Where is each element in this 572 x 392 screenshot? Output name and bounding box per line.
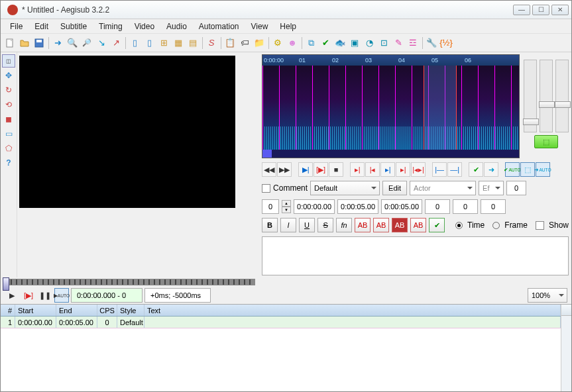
col-style[interactable]: Style bbox=[117, 305, 144, 316]
italic-button[interactable]: I bbox=[280, 218, 296, 232]
select-lines-icon[interactable]: ☲ bbox=[406, 36, 420, 50]
menu-automation[interactable]: Automation bbox=[194, 20, 245, 33]
play-line-button[interactable]: [▶] bbox=[314, 162, 328, 177]
audio-hscrollbar[interactable] bbox=[262, 150, 519, 158]
jump-video-start-icon[interactable]: ↘ bbox=[94, 36, 109, 50]
maximize-button[interactable]: ☐ bbox=[532, 5, 549, 15]
assdraw-icon[interactable]: ☻ bbox=[285, 36, 300, 50]
play-video-line-button[interactable]: [▶] bbox=[21, 288, 36, 303]
show-original-checkbox[interactable] bbox=[536, 221, 544, 230]
standard-mode-icon[interactable]: ◫ bbox=[2, 54, 15, 68]
attachments-icon[interactable]: 🏷 bbox=[237, 36, 252, 50]
volume-slider[interactable] bbox=[555, 60, 569, 132]
automation-icon[interactable]: ⚙ bbox=[270, 36, 285, 50]
link-sliders-button[interactable]: ⬚ bbox=[534, 135, 558, 148]
menu-view[interactable]: View bbox=[246, 20, 274, 33]
play-to-end-button[interactable]: |◂▸| bbox=[411, 162, 426, 177]
fonts-collector-icon[interactable]: 📁 bbox=[252, 36, 266, 50]
start-time-input[interactable] bbox=[294, 199, 335, 214]
col-start[interactable]: Start bbox=[15, 305, 56, 316]
subtitle-text-input[interactable] bbox=[262, 236, 569, 275]
menu-edit[interactable]: Edit bbox=[29, 20, 54, 33]
video-timecode[interactable]: 0:00:00.000 - 0 bbox=[71, 288, 143, 303]
scale-icon[interactable]: ◼ bbox=[2, 113, 15, 126]
auto-commit-toggle[interactable]: ✔AUTO bbox=[505, 162, 520, 177]
menu-audio[interactable]: Audio bbox=[161, 20, 192, 33]
vertical-zoom-slider[interactable] bbox=[540, 60, 553, 132]
spell-check-icon[interactable]: ✔ bbox=[318, 36, 333, 50]
play-selection-button[interactable]: ▶| bbox=[298, 162, 313, 177]
col-cps[interactable]: CPS bbox=[97, 305, 117, 316]
clip-visible-icon[interactable]: ▦ bbox=[171, 36, 186, 50]
time-radio[interactable] bbox=[455, 222, 463, 229]
secondary-color-button[interactable]: AB bbox=[373, 218, 389, 232]
menu-timing[interactable]: Timing bbox=[93, 20, 128, 33]
audio-waveform[interactable]: 0:00:00 01 02 03 04 05 06 bbox=[262, 54, 520, 158]
horizontal-zoom-slider[interactable] bbox=[524, 60, 537, 132]
minimize-button[interactable]: — bbox=[513, 5, 530, 15]
menu-file[interactable]: File bbox=[5, 20, 28, 33]
primary-color-button[interactable]: AB bbox=[355, 218, 371, 232]
clip-rect-icon[interactable]: ▭ bbox=[2, 127, 15, 140]
commit-text-button[interactable]: ✔ bbox=[429, 218, 445, 232]
lead-in-button[interactable]: |— bbox=[432, 162, 447, 177]
shift-times-icon[interactable]: ⧉ bbox=[304, 36, 318, 50]
grid-header[interactable]: # Start End CPS Style Text bbox=[1, 305, 561, 317]
edit-style-button[interactable]: Edit bbox=[382, 181, 407, 195]
jump-to-icon[interactable]: ➜ bbox=[50, 36, 65, 50]
rotate-z-icon[interactable]: ↻ bbox=[2, 83, 15, 97]
bold-button[interactable]: B bbox=[262, 218, 278, 232]
prev-line-button[interactable]: ◀◀ bbox=[262, 162, 276, 177]
grid-vscrollbar[interactable] bbox=[561, 305, 571, 392]
autoscroll-video-toggle[interactable]: ▶AUTO bbox=[54, 288, 69, 303]
effect-dropdown[interactable]: Ef bbox=[479, 181, 504, 195]
commit-button[interactable]: ✔ bbox=[469, 162, 483, 177]
play-before-start-button[interactable]: ▸| bbox=[350, 162, 365, 177]
col-num[interactable]: # bbox=[1, 305, 15, 316]
menu-help[interactable]: Help bbox=[274, 20, 302, 33]
audio-timeline[interactable]: 0:00:00 01 02 03 04 05 06 bbox=[262, 55, 519, 66]
zoom-in-icon[interactable]: 🔍 bbox=[65, 36, 80, 50]
play-before-end-button[interactable]: ▸| bbox=[380, 162, 395, 177]
save-file-icon[interactable] bbox=[32, 36, 46, 50]
audio-selection[interactable] bbox=[424, 66, 457, 150]
duration-input[interactable] bbox=[381, 199, 422, 214]
clip-vector-icon[interactable]: ⬠ bbox=[2, 142, 15, 155]
table-row[interactable]: 1 0:00:00.00 0:00:05.00 0 Default bbox=[1, 317, 561, 328]
new-file-icon[interactable] bbox=[3, 36, 17, 50]
menu-subtitle[interactable]: Subtitle bbox=[55, 20, 92, 33]
lead-out-button[interactable]: —| bbox=[447, 162, 462, 177]
resample-icon[interactable]: ▣ bbox=[347, 36, 362, 50]
open-file-icon[interactable] bbox=[17, 36, 32, 50]
options-icon[interactable]: 🔧 bbox=[424, 36, 439, 50]
play-after-start-button[interactable]: |◂ bbox=[365, 162, 380, 177]
cycle-tag-icon[interactable]: {½} bbox=[439, 36, 453, 50]
next-line-button[interactable]: ▶▶ bbox=[277, 162, 292, 177]
underline-button[interactable]: U bbox=[299, 218, 315, 232]
snap-start-icon[interactable]: ▯ bbox=[127, 36, 142, 50]
detach-video-icon[interactable]: ▤ bbox=[186, 36, 200, 50]
snap-end-icon[interactable]: ▯ bbox=[142, 36, 156, 50]
margin-r2-input[interactable] bbox=[453, 199, 478, 214]
col-end[interactable]: End bbox=[56, 305, 97, 316]
margin-r-input[interactable] bbox=[506, 181, 526, 195]
margin-v-input[interactable] bbox=[481, 199, 506, 214]
col-text[interactable]: Text bbox=[144, 305, 561, 316]
properties-icon[interactable]: 📋 bbox=[223, 36, 237, 50]
pause-video-button[interactable]: ❚❚ bbox=[38, 288, 52, 303]
style-dropdown[interactable]: Default bbox=[310, 181, 380, 195]
shadow-color-button[interactable]: AB bbox=[410, 218, 426, 232]
styling-assistant-icon[interactable]: ✎ bbox=[391, 36, 406, 50]
layer-spinner[interactable]: ▲▼ bbox=[282, 200, 291, 213]
end-time-input[interactable] bbox=[337, 199, 378, 214]
menu-video[interactable]: Video bbox=[129, 20, 160, 33]
kanji-timer-icon[interactable]: ⊡ bbox=[376, 36, 391, 50]
close-button[interactable]: ✕ bbox=[551, 5, 569, 15]
help-tool-icon[interactable]: ? bbox=[2, 156, 15, 170]
styles-manager-icon[interactable]: S bbox=[204, 36, 219, 50]
auto-scroll-toggle[interactable]: ➜AUTO bbox=[536, 162, 550, 177]
frame-radio[interactable] bbox=[492, 222, 500, 229]
strike-button[interactable]: S bbox=[317, 218, 333, 232]
auto-next-toggle[interactable]: ⬚ bbox=[520, 162, 535, 177]
stop-button[interactable]: ■ bbox=[329, 162, 343, 177]
